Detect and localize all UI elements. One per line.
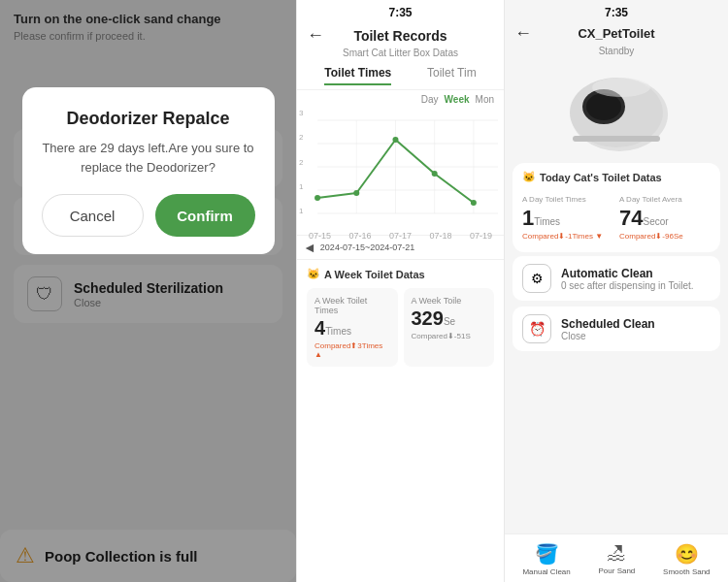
svg-point-17 xyxy=(586,93,621,120)
y-label-3: 3 xyxy=(299,109,303,117)
svg-point-13 xyxy=(471,200,477,206)
tab-toilet-times[interactable]: Toilet Times xyxy=(324,66,391,85)
bottom-nav-manual-clean[interactable]: 🪣 Manual Clean xyxy=(522,542,570,576)
p3-status-bar: 7:35 xyxy=(505,0,728,21)
svg-rect-18 xyxy=(573,136,660,142)
day-tab-mon[interactable]: Mon xyxy=(476,94,494,105)
svg-point-12 xyxy=(432,171,438,177)
svg-point-11 xyxy=(392,137,398,143)
p3-menu-list: ⚙ Automatic Clean 0 sec after dispensing… xyxy=(505,256,728,534)
manual-clean-label: Manual Clean xyxy=(522,567,570,576)
y-label-2b: 2 xyxy=(299,158,303,167)
today-stat-duration: A Day Toilet Avera 74Secor Compared⬇-96S… xyxy=(619,191,711,244)
today-card-header: 🐱 Today Cat's Toilet Datas xyxy=(522,171,711,183)
toilet-chart xyxy=(303,111,498,227)
week-nav-arrow[interactable]: ◄ xyxy=(303,240,316,255)
p3-device-status: Standby xyxy=(505,46,728,56)
stat-week-times: A Week Toilet Times 4Times Compared⬆3Tim… xyxy=(307,288,398,367)
stat-week-duration: A Week Toile 329Se Compared⬇-51S xyxy=(404,288,495,367)
p2-back-button[interactable]: ← xyxy=(307,25,324,46)
modal-title: Deodorizer Repalce xyxy=(42,109,255,129)
week-nav-range: 2024-07-15~2024-07-21 xyxy=(320,242,414,252)
y-label-2a: 2 xyxy=(299,133,303,142)
smooth-sand-label: Smooth Sand xyxy=(663,567,710,576)
p2-status-bar: 7:35 xyxy=(297,0,504,21)
pour-sand-label: Pour Sand xyxy=(599,566,636,575)
day-tab-day[interactable]: Day xyxy=(421,94,439,105)
x-label-0715: 07-15 xyxy=(309,231,331,241)
day-tab-week[interactable]: Week xyxy=(445,94,470,105)
chart-y-labels: 3 2 2 1 1 xyxy=(299,109,303,215)
p3-menu-scheduled[interactable]: ⏰ Scheduled Clean Close xyxy=(513,307,720,351)
weekly-stats-title: 🐱 A Week Toilet Datas xyxy=(307,268,494,280)
p3-scheduled-icon: ⏰ xyxy=(522,314,551,343)
x-label-0718: 07-18 xyxy=(429,231,451,241)
today-stats-card: 🐱 Today Cat's Toilet Datas A Day Toilet … xyxy=(513,163,720,252)
p3-nav-bar: ← CX_PetToilet xyxy=(505,21,728,46)
p3-back-button[interactable]: ← xyxy=(514,23,532,44)
panel-middle: 7:35 ← Toilet Records Smart Cat Litter B… xyxy=(296,0,505,582)
weekly-stats: 🐱 A Week Toilet Datas A Week Toilet Time… xyxy=(297,260,504,374)
day-tabs: Day Week Mon xyxy=(297,90,504,109)
p2-nav-subtitle: Smart Cat Litter Box Datas xyxy=(297,48,504,62)
modal-buttons: Cancel Confirm xyxy=(42,194,255,237)
today-grid: A Day Toilet Times 1Times Compared⬇-1Tim… xyxy=(522,191,711,244)
chart-area: 3 2 2 1 1 07-15 xyxy=(297,109,504,235)
manual-clean-icon: 🪣 xyxy=(535,542,559,566)
p2-nav-bar: ← Toilet Records xyxy=(297,21,504,48)
svg-point-19 xyxy=(592,78,650,97)
y-label-1a: 1 xyxy=(299,182,303,191)
p2-tabs: Toilet Times Toilet Tim xyxy=(297,62,504,90)
bottom-nav: 🪣 Manual Clean 🏖 Pour Sand 😊 Smooth Sand xyxy=(505,534,728,582)
chart-x-labels: 07-15 07-16 07-17 07-18 07-19 xyxy=(303,231,498,241)
y-label-1b: 1 xyxy=(299,207,303,215)
modal-description: There are 29 days left.Are you sure to r… xyxy=(42,139,255,177)
x-label-0716: 07-16 xyxy=(348,231,371,241)
svg-point-9 xyxy=(314,195,320,201)
svg-point-10 xyxy=(353,190,359,196)
p2-nav-title: Toilet Records xyxy=(353,28,447,44)
pour-sand-icon: 🏖 xyxy=(607,542,626,565)
x-label-0717: 07-17 xyxy=(389,231,412,241)
panel-right: 7:35 ← CX_PetToilet Standby 🐱 Today Cat'… xyxy=(505,0,728,582)
cancel-button[interactable]: Cancel xyxy=(42,194,144,237)
panel-left: Turn on the one-click sand change Please… xyxy=(0,0,296,582)
bottom-nav-smooth-sand[interactable]: 😊 Smooth Sand xyxy=(663,542,710,576)
device-image xyxy=(505,60,728,159)
modal-overlay: Deodorizer Repalce There are 29 days lef… xyxy=(0,0,296,582)
p3-menu-automatic[interactable]: ⚙ Automatic Clean 0 sec after dispensing… xyxy=(513,256,720,301)
weekly-icon: 🐱 xyxy=(307,268,320,280)
confirm-button[interactable]: Confirm xyxy=(155,194,255,237)
weekly-stats-grid: A Week Toilet Times 4Times Compared⬆3Tim… xyxy=(307,288,494,367)
today-stat-times: A Day Toilet Times 1Times Compared⬇-1Tim… xyxy=(522,191,613,244)
tab-toilet-tim[interactable]: Toilet Tim xyxy=(427,66,477,85)
today-icon: 🐱 xyxy=(522,171,536,183)
p3-automatic-icon: ⚙ xyxy=(522,264,551,293)
litter-box-svg xyxy=(563,66,670,153)
x-label-0719: 07-19 xyxy=(470,231,492,241)
smooth-sand-icon: 😊 xyxy=(675,542,699,566)
modal-box: Deodorizer Repalce There are 29 days lef… xyxy=(22,87,275,254)
p3-device-name: CX_PetToilet xyxy=(578,26,654,41)
bottom-nav-pour-sand[interactable]: 🏖 Pour Sand xyxy=(599,542,636,576)
